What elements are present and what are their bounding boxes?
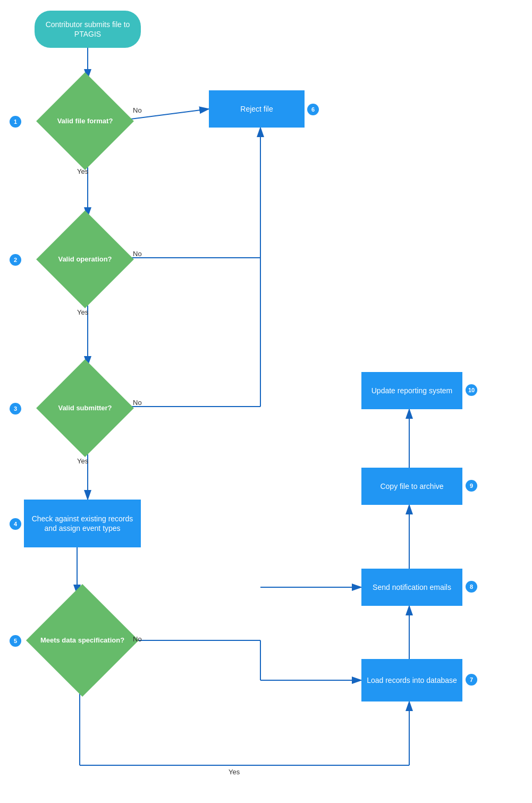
notify-node: Send notification emails xyxy=(361,569,462,606)
label-yes-3: Yes xyxy=(77,457,88,465)
copy-node: Copy file to archive xyxy=(361,468,462,505)
badge-3: 3 xyxy=(10,403,21,415)
badge-8: 8 xyxy=(466,581,477,593)
start-label: Contributor submits file to PTAGIS xyxy=(35,16,141,42)
decision-1: Valid file format? xyxy=(43,79,128,164)
decision-1-label: Valid file format? xyxy=(52,117,119,126)
label-no-1: No xyxy=(133,106,142,114)
badge-5: 5 xyxy=(10,635,21,647)
notify-label: Send notification emails xyxy=(369,579,454,595)
reject-label: Reject file xyxy=(237,101,276,117)
label-yes-2: Yes xyxy=(77,308,88,316)
label-yes-4: Yes xyxy=(229,768,240,776)
badge-10: 10 xyxy=(466,384,477,396)
badge-1: 1 xyxy=(10,116,21,128)
start-node: Contributor submits file to PTAGIS xyxy=(35,11,141,48)
decision-2: Valid operation? xyxy=(43,217,128,302)
label-no-4: No xyxy=(133,635,142,643)
label-no-3: No xyxy=(133,399,142,407)
load-node: Load records into database xyxy=(361,659,462,701)
label-yes-1: Yes xyxy=(77,167,88,175)
label-no-2: No xyxy=(133,250,142,258)
check-label: Check against existing records and assig… xyxy=(24,511,141,536)
decision-2-label: Valid operation? xyxy=(53,255,117,264)
decision-3-label: Valid submitter? xyxy=(53,404,117,413)
flowchart: Contributor submits file to PTAGIS Valid… xyxy=(0,0,532,803)
badge-6: 6 xyxy=(307,104,319,115)
badge-9: 9 xyxy=(466,480,477,492)
copy-label: Copy file to archive xyxy=(377,478,446,494)
check-node: Check against existing records and assig… xyxy=(24,500,141,547)
decision-4: Meets data specification? xyxy=(32,590,133,691)
decision-3: Valid submitter? xyxy=(43,366,128,451)
update-node: Update reporting system xyxy=(361,372,462,409)
badge-4: 4 xyxy=(10,518,21,530)
badge-7: 7 xyxy=(466,674,477,686)
reject-node: Reject file xyxy=(209,90,305,128)
load-label: Load records into database xyxy=(364,672,460,688)
badge-2: 2 xyxy=(10,254,21,266)
update-label: Update reporting system xyxy=(368,383,456,399)
decision-4-label: Meets data specification? xyxy=(35,636,130,645)
